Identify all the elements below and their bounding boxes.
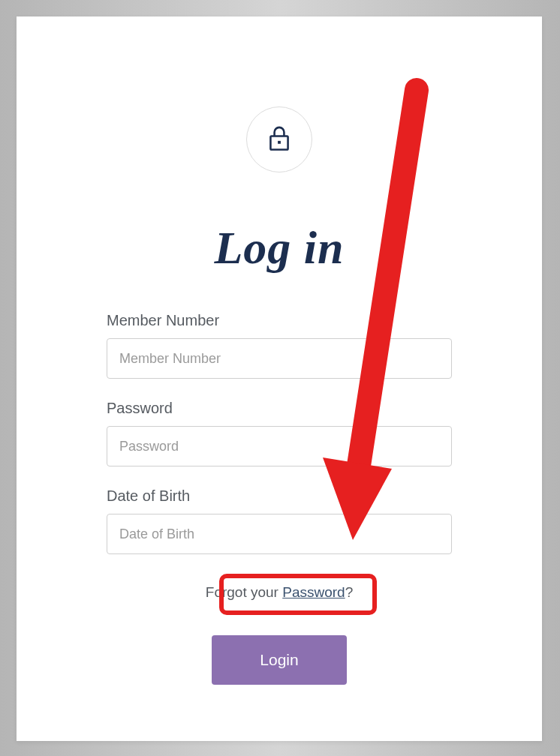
dob-input[interactable] — [107, 514, 452, 554]
svg-rect-1 — [278, 141, 281, 144]
member-number-input[interactable] — [107, 338, 452, 379]
dob-label: Date of Birth — [107, 488, 452, 505]
lock-icon — [267, 124, 291, 154]
member-number-label: Member Number — [107, 312, 452, 329]
login-button[interactable]: Login — [212, 635, 347, 685]
forgot-prefix: Forgot your — [206, 584, 282, 600]
forgot-password-link[interactable]: Password — [282, 584, 345, 600]
page-title: Log in — [214, 221, 344, 274]
login-card: Log in Member Number Password Date of Bi… — [17, 16, 542, 741]
member-number-group: Member Number — [107, 312, 452, 379]
password-group: Password — [107, 400, 452, 466]
forgot-password-text: Forgot your Password? — [107, 584, 452, 601]
forgot-suffix: ? — [345, 584, 354, 600]
dob-group: Date of Birth — [107, 488, 452, 554]
password-label: Password — [107, 400, 452, 417]
lock-icon-circle — [246, 106, 312, 172]
password-input[interactable] — [107, 426, 452, 466]
